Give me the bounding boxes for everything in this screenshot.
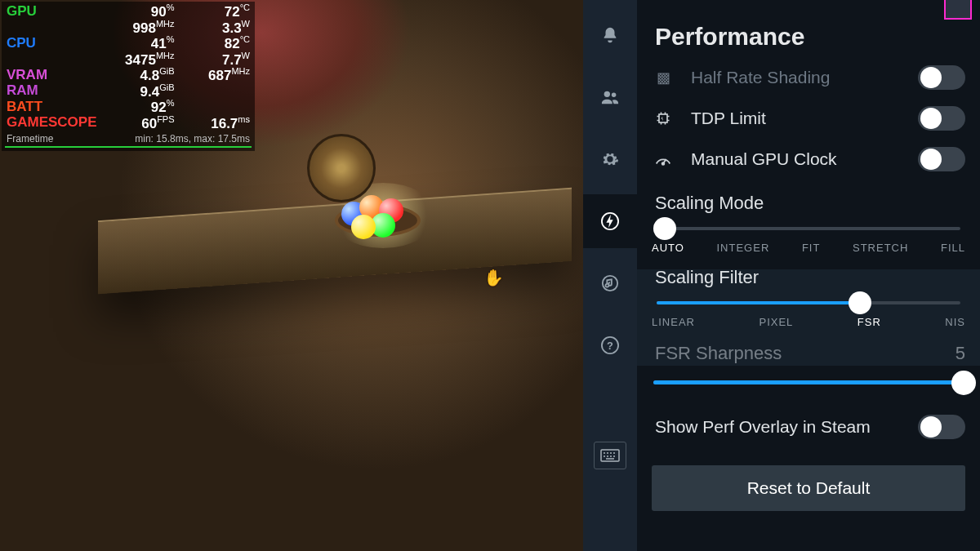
show-overlay-label: Show Perf Overlay in Steam <box>655 417 871 437</box>
svg-rect-6 <box>601 450 619 461</box>
svg-point-8 <box>662 162 665 165</box>
tab-help[interactable]: ? <box>598 333 622 358</box>
scaling-filter-label: Scaling Filter <box>655 267 965 288</box>
qap-tab-strip: ? <box>583 0 637 551</box>
tab-audio[interactable] <box>598 271 622 295</box>
scaling-filter-options: LINEARPIXELFSRNIS <box>652 316 965 328</box>
friends-icon <box>600 88 620 106</box>
toggle-tdp[interactable] <box>918 106 965 131</box>
tab-friends[interactable] <box>598 85 622 109</box>
toggle-half-rate[interactable] <box>918 65 965 90</box>
toggle-show-overlay[interactable] <box>918 415 965 439</box>
tab-settings[interactable] <box>598 147 622 171</box>
music-icon <box>601 274 619 292</box>
row-tdp-limit[interactable]: TDP Limit <box>652 98 965 139</box>
checker-icon: ▩ <box>652 69 675 87</box>
tdp-label: TDP Limit <box>691 109 766 128</box>
frametime-minmax: min: 15.8ms, max: 17.5ms <box>72 131 252 144</box>
row-show-perf-overlay[interactable]: Show Perf Overlay in Steam <box>652 407 965 447</box>
gauge-icon <box>652 152 675 167</box>
scaling-filter-slider[interactable] <box>653 295 964 311</box>
bell-icon <box>601 26 619 44</box>
svg-point-1 <box>612 93 617 98</box>
frametime-label: Frametime <box>5 131 72 144</box>
fsr-sharpness-value: 5 <box>956 343 965 364</box>
row-manual-gpu-clock[interactable]: Manual GPU Clock <box>652 139 965 180</box>
fsr-sharpness-label: FSR Sharpness <box>655 343 782 364</box>
avatar[interactable] <box>944 0 972 20</box>
osk-button[interactable] <box>594 442 626 469</box>
tab-performance[interactable] <box>583 194 637 248</box>
svg-text:?: ? <box>607 340 613 352</box>
scaling-mode-slider[interactable] <box>653 220 964 237</box>
scaling-mode-label: Scaling Mode <box>655 193 965 214</box>
qap-body: Performance ▩ Half Rate Shading TDP Limi… <box>637 0 980 551</box>
svg-point-0 <box>604 91 610 97</box>
gpu-clock-label: Manual GPU Clock <box>691 149 837 169</box>
quick-access-panel: ? Performance ▩ Half Rate Shading <box>583 0 980 551</box>
mouse-cursor-icon: ✋ <box>483 268 504 287</box>
frametime-graph <box>5 146 252 148</box>
row-half-rate-shading[interactable]: ▩ Half Rate Shading <box>652 57 965 98</box>
perf-overlay: GPU90%72°C998MHz3.3WCPU41%82°C3475MHz7.7… <box>2 2 255 151</box>
bolt-icon <box>601 212 619 230</box>
section-title: Performance <box>655 23 965 51</box>
gear-icon <box>601 150 619 168</box>
scene-box-lid <box>307 134 376 202</box>
reset-button[interactable]: Reset to Default <box>652 465 965 511</box>
scaling-mode-options: AUTOINTEGERFITSTRETCHFILL <box>652 242 965 254</box>
toggle-gpu-clock[interactable] <box>918 147 965 171</box>
svg-rect-7 <box>659 114 667 122</box>
game-viewport: ✋ GPU90%72°C998MHz3.3WCPU41%82°C3475MHz7… <box>0 0 583 551</box>
tab-notifications[interactable] <box>598 23 622 47</box>
chip-icon <box>652 110 675 127</box>
half-rate-label: Half Rate Shading <box>691 68 830 87</box>
help-icon: ? <box>601 336 619 354</box>
keyboard-icon <box>600 449 620 462</box>
fsr-sharpness-slider[interactable] <box>652 372 965 393</box>
